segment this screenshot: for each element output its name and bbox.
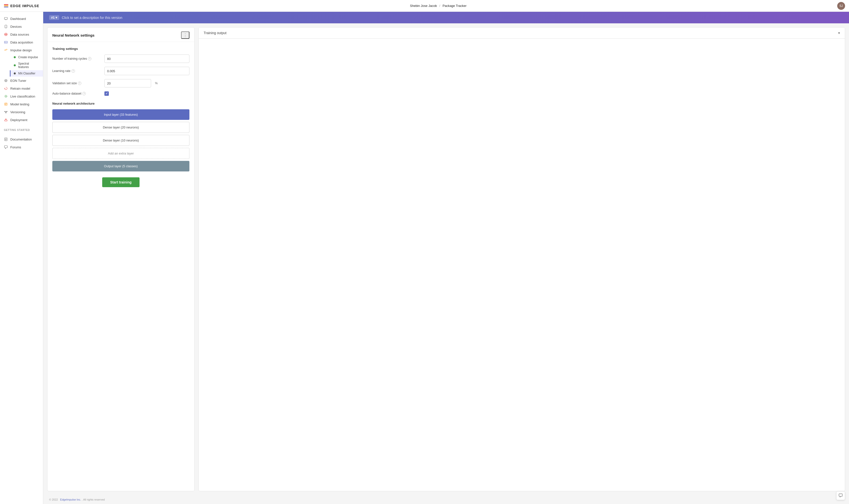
card-menu-button[interactable]: ⋮ <box>181 32 189 39</box>
monitor-icon <box>4 17 8 21</box>
validation-set-label: Validation set size ? <box>52 82 102 85</box>
nn-settings-card: Neural Network settings ⋮ Training setti… <box>47 27 195 491</box>
dropdown-arrow-icon: ▾ <box>838 31 840 35</box>
training-settings-title: Training settings <box>52 47 189 51</box>
architecture-title: Neural network architecture <box>52 102 189 105</box>
svg-point-13 <box>5 79 7 82</box>
sidebar-label-versioning: Versioning <box>10 110 25 114</box>
validation-set-suffix: % <box>155 82 158 85</box>
validation-set-row: Validation set size ? % <box>52 79 189 87</box>
sidebar-label-impulse-design: Impulse design <box>10 48 32 52</box>
sidebar-label-forums: Forums <box>10 145 21 149</box>
svg-point-15 <box>5 95 7 97</box>
sidebar-label-dashboard: Dashboard <box>10 17 26 21</box>
device-icon <box>4 24 8 29</box>
sidebar-item-live-classification[interactable]: Live classification <box>0 92 43 100</box>
impulse-icon <box>4 48 8 52</box>
sidebar-item-retrain[interactable]: Retrain model <box>0 85 43 92</box>
sidebar-label-live-classification: Live classification <box>10 94 35 98</box>
logo-text: EDGE IMPULSE <box>10 4 39 8</box>
sidebar-item-create-impulse[interactable]: Create impulse <box>10 54 43 60</box>
version-banner[interactable]: #1 ▾ Click to set a description for this… <box>43 12 849 23</box>
card-body: Training settings Number of training cyc… <box>48 42 194 192</box>
training-cycles-label: Number of training cycles ? <box>52 57 102 60</box>
svg-line-25 <box>6 111 7 113</box>
sidebar-item-deployment[interactable]: Deployment <box>0 116 43 124</box>
sidebar-item-devices[interactable]: Devices <box>0 23 43 31</box>
training-cycles-row: Number of training cycles ? <box>52 55 189 63</box>
sidebar-item-documentation[interactable]: Documentation <box>0 135 43 143</box>
user-name: Shebin Jose Jacob <box>410 4 437 7</box>
dense-layer-1[interactable]: Dense layer (20 neurons) <box>52 122 189 133</box>
footer-copyright: © 2022 <box>49 498 58 501</box>
footer: © 2022 EdgeImpulse Inc. . All rights res… <box>43 495 849 504</box>
getting-started-label: GETTING STARTED <box>0 127 43 132</box>
live-icon <box>4 94 8 98</box>
sidebar-label-data-acquisition: Data acquisition <box>10 40 33 44</box>
training-cycles-input[interactable] <box>104 55 189 63</box>
sidebar-item-eon-tuner[interactable]: EON Tuner <box>0 77 43 85</box>
getting-started-section: Documentation Forums <box>0 132 43 154</box>
docs-icon <box>4 137 8 141</box>
sidebar-label-retrain: Retrain model <box>10 87 30 90</box>
retrain-icon <box>4 87 8 90</box>
validation-set-input[interactable] <box>104 79 151 87</box>
learning-rate-help-icon[interactable]: ? <box>72 69 75 73</box>
sidebar-label-create-impulse: Create impulse <box>18 55 38 59</box>
topbar-center: Shebin Jose Jacob / Package Tracker <box>410 4 467 7</box>
sidebar-item-dashboard[interactable]: Dashboard <box>0 15 43 23</box>
layout: Dashboard Devices Data sources Data acqu… <box>0 12 849 504</box>
logo-bars <box>4 4 8 7</box>
content-area: Neural Network settings ⋮ Training setti… <box>43 23 849 495</box>
deploy-icon <box>4 118 8 122</box>
version-badge[interactable]: #1 ▾ <box>49 15 59 20</box>
sidebar-label-nn-classifier: NN Classifier <box>18 72 35 75</box>
svg-point-14 <box>5 80 6 81</box>
start-training-button[interactable]: Start training <box>102 177 139 187</box>
chat-icon[interactable] <box>836 491 845 500</box>
sidebar-item-nn-classifier[interactable]: NN Classifier <box>10 70 43 77</box>
sidebar-item-impulse-design[interactable]: Impulse design <box>0 46 43 54</box>
training-output-label: Training output <box>204 31 227 35</box>
data-acq-icon <box>4 40 8 44</box>
avatar[interactable]: SJ <box>837 2 845 10</box>
card-title: Neural Network settings <box>52 33 95 37</box>
dot-green-create <box>14 56 16 58</box>
dense-layer-2[interactable]: Dense layer (10 neurons) <box>52 135 189 146</box>
sidebar-item-model-testing[interactable]: Model testing <box>0 100 43 108</box>
footer-company-link[interactable]: EdgeImpulse Inc. <box>60 498 81 501</box>
sidebar-label-model-testing: Model testing <box>10 103 29 106</box>
add-layer-button[interactable]: Add an extra layer <box>52 148 189 159</box>
training-output-dropdown[interactable]: Training output ▾ <box>199 28 845 39</box>
sidebar-item-spectral-features[interactable]: Spectral features <box>10 60 43 70</box>
sidebar-item-versioning[interactable]: Versioning <box>0 108 43 116</box>
dot-dark-nn <box>14 72 16 74</box>
version-description: Click to set a description for this vers… <box>62 16 122 20</box>
chevron-down-icon: ▾ <box>55 16 57 19</box>
sidebar-item-data-sources[interactable]: Data sources <box>0 31 43 38</box>
sidebar-item-data-acquisition[interactable]: Data acquisition <box>0 38 43 46</box>
version-number: #1 <box>51 16 55 19</box>
main: #1 ▾ Click to set a description for this… <box>43 12 849 504</box>
sidebar-label-devices: Devices <box>10 25 22 29</box>
sidebar-label-deployment: Deployment <box>10 118 27 122</box>
separator: / <box>439 4 440 7</box>
training-cycles-help-icon[interactable]: ? <box>88 57 91 60</box>
version-icon <box>4 110 8 114</box>
output-layer: Output layer (5 classes) <box>52 161 189 172</box>
logo-bar-orange <box>4 5 8 6</box>
logo: EDGE IMPULSE <box>4 4 39 8</box>
eon-icon <box>4 78 8 83</box>
input-layer[interactable]: Input layer (33 features) <box>52 109 189 120</box>
validation-set-help-icon[interactable]: ? <box>78 82 81 85</box>
auto-balance-checkbox[interactable] <box>104 91 109 96</box>
learning-rate-input[interactable] <box>104 67 189 75</box>
sidebar-item-forums[interactable]: Forums <box>0 143 43 151</box>
sidebar-label-spectral-features: Spectral features <box>18 62 39 69</box>
auto-balance-help-icon[interactable]: ? <box>82 92 86 95</box>
svg-rect-27 <box>5 120 7 121</box>
logo-bar-blue <box>4 7 8 7</box>
footer-rights: . All rights reserved <box>82 498 105 501</box>
dot-green-spectral <box>14 64 16 66</box>
forums-icon <box>4 145 8 149</box>
